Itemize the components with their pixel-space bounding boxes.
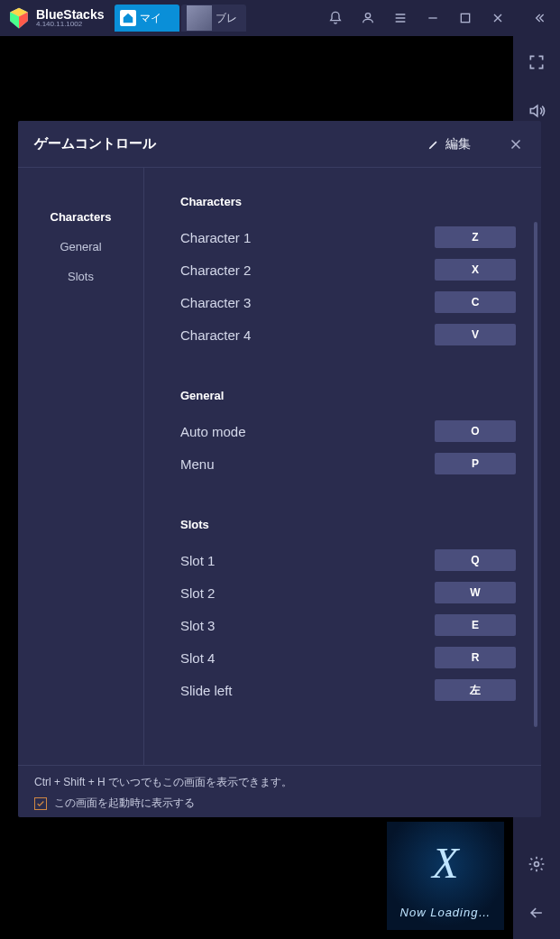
edit-button[interactable]: 編集 — [427, 136, 471, 152]
section-title: Slots — [180, 518, 516, 531]
sidebar-tab-general[interactable]: General — [18, 232, 143, 262]
control-row: MenuP — [180, 447, 516, 480]
control-label: Slot 3 — [180, 618, 215, 633]
modal-body: Characters General Slots CharactersChara… — [18, 168, 541, 765]
key-binding[interactable]: 左 — [435, 679, 516, 701]
back-icon[interactable] — [527, 903, 546, 923]
section-slots: SlotsSlot 1QSlot 2WSlot 3ESlot 4RSlide l… — [180, 518, 516, 706]
control-label: Slot 4 — [180, 650, 215, 666]
collapse-sidebar-icon[interactable] — [531, 10, 547, 26]
control-label: Character 3 — [180, 295, 251, 310]
key-binding[interactable]: X — [435, 259, 516, 281]
key-binding[interactable]: O — [435, 420, 516, 442]
checkbox-label: この画面を起動時に表示する — [54, 796, 195, 811]
sidebar-tab-slots[interactable]: Slots — [18, 262, 143, 291]
menu-icon[interactable] — [392, 10, 409, 26]
control-row: Slot 2W — [180, 576, 516, 609]
control-label: Slot 2 — [180, 585, 215, 601]
key-binding[interactable]: V — [435, 324, 516, 345]
tab-game[interactable]: ブレ — [181, 5, 246, 32]
key-binding[interactable]: Q — [435, 549, 516, 571]
tab-label: ブレ — [216, 11, 237, 26]
edit-label: 編集 — [445, 136, 471, 152]
window-controls — [327, 10, 553, 26]
titlebar: BlueStacks 4.140.11.1002 マイ ブレ — [0, 0, 560, 36]
section-title: Characters — [180, 195, 516, 208]
modal-close-button[interactable] — [507, 135, 525, 153]
key-binding[interactable]: R — [435, 647, 516, 668]
bluestacks-logo-icon — [7, 6, 31, 30]
modal-content[interactable]: CharactersCharacter 1ZCharacter 2XCharac… — [144, 168, 541, 765]
control-label: Auto mode — [180, 424, 246, 439]
svg-point-0 — [365, 14, 370, 18]
svg-rect-1 — [461, 14, 469, 22]
section-general: GeneralAuto modeOMenuP — [180, 389, 516, 480]
close-button[interactable] — [490, 10, 506, 26]
app-name: BlueStacks — [36, 8, 104, 21]
fullscreen-icon[interactable] — [527, 52, 546, 72]
control-label: Character 4 — [180, 327, 251, 343]
modal-footer: Ctrl + Shift + H でいつでもこの画面を表示できます。 この画面を… — [18, 765, 541, 817]
control-row: Character 1Z — [180, 221, 516, 253]
control-row: Auto modeO — [180, 415, 516, 447]
control-row: Slot 4R — [180, 641, 516, 674]
control-label: Slot 1 — [180, 553, 215, 568]
key-binding[interactable]: P — [435, 453, 516, 474]
modal-header: ゲームコントロール 編集 — [18, 121, 541, 168]
control-label: Character 2 — [180, 262, 251, 278]
control-row: Slot 3E — [180, 609, 516, 641]
loading-splash: X Now Loading… — [387, 822, 504, 930]
control-label: Slide left — [180, 683, 233, 698]
svg-point-2 — [535, 862, 539, 867]
control-row: Character 4V — [180, 318, 516, 351]
logo-block: BlueStacks 4.140.11.1002 — [7, 6, 104, 30]
game-controls-modal: ゲームコントロール 編集 Characters General Slots Ch… — [18, 121, 541, 817]
account-icon[interactable] — [360, 10, 376, 26]
control-row: Character 3C — [180, 286, 516, 318]
bell-icon[interactable] — [327, 10, 344, 26]
modal-sidebar: Characters General Slots — [18, 168, 144, 765]
minimize-button[interactable] — [425, 10, 441, 26]
section-title: General — [180, 389, 516, 402]
key-binding[interactable]: C — [435, 291, 516, 313]
sidebar-tab-characters[interactable]: Characters — [18, 202, 143, 232]
loading-glyph: X — [432, 838, 458, 888]
pencil-icon — [427, 138, 440, 151]
app-tabs: マイ ブレ — [115, 5, 246, 32]
settings-icon[interactable] — [527, 854, 546, 874]
app-version: 4.140.11.1002 — [36, 21, 104, 28]
game-thumb-icon — [187, 5, 212, 31]
volume-icon[interactable] — [527, 101, 546, 121]
loading-text: Now Loading… — [400, 906, 491, 919]
tab-home[interactable]: マイ — [115, 5, 179, 32]
control-label: Character 1 — [180, 230, 251, 245]
control-row: Slide left左 — [180, 674, 516, 706]
maximize-button[interactable] — [457, 10, 473, 26]
control-label: Menu — [180, 456, 215, 472]
home-icon — [120, 10, 136, 26]
key-binding[interactable]: W — [435, 582, 516, 603]
section-characters: CharactersCharacter 1ZCharacter 2XCharac… — [180, 195, 516, 351]
footer-hint: Ctrl + Shift + H でいつでもこの画面を表示できます。 — [34, 775, 525, 790]
show-on-startup-checkbox[interactable]: この画面を起動時に表示する — [34, 796, 525, 811]
key-binding[interactable]: E — [435, 614, 516, 636]
tab-label: マイ — [140, 11, 161, 26]
control-row: Slot 1Q — [180, 544, 516, 576]
scrollbar[interactable] — [534, 222, 537, 727]
key-binding[interactable]: Z — [435, 226, 516, 248]
checkbox-icon — [34, 797, 47, 810]
control-row: Character 2X — [180, 253, 516, 286]
modal-title: ゲームコントロール — [34, 135, 427, 152]
